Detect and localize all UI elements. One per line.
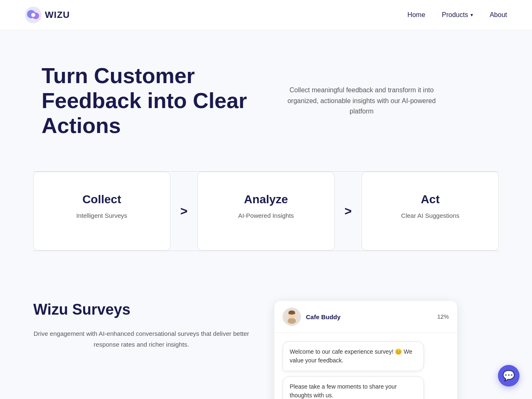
arrow-1: > — [170, 204, 198, 218]
bottom-right: Cafe Buddy 12% Welcome to our cafe exper… — [274, 301, 457, 399]
buddy-name: Cafe Buddy — [306, 313, 340, 320]
hero-section: Turn Customer Feedback into Clear Action… — [0, 30, 532, 163]
hero-title: Turn Customer Feedback into Clear Action… — [42, 64, 254, 138]
logo-text: WIZU — [45, 10, 70, 20]
bottom-section: Wizu Surveys Drive engagement with AI-en… — [0, 276, 532, 399]
feature-card-collect: Collect Intelligent Surveys — [33, 172, 170, 251]
avatar-svg — [283, 308, 301, 326]
feature-row: Collect Intelligent Surveys > Analyze AI… — [33, 171, 499, 251]
hero-left: Turn Customer Feedback into Clear Action… — [42, 64, 254, 138]
navbar: WIZU Home Products ▾ About — [0, 0, 532, 30]
feature-section: Collect Intelligent Surveys > Analyze AI… — [0, 163, 532, 276]
surveys-description: Drive engagement with AI-enhanced conver… — [33, 328, 249, 350]
act-subtitle: Clear AI Suggestions — [401, 211, 459, 220]
logo[interactable]: WIZU — [25, 7, 70, 23]
svg-point-3 — [31, 13, 35, 17]
chat-icon: 💬 — [502, 370, 515, 382]
feature-card-act: Act Clear AI Suggestions — [362, 172, 499, 251]
bottom-left: Wizu Surveys Drive engagement with AI-en… — [33, 301, 249, 350]
nav-about[interactable]: About — [490, 11, 507, 19]
avatar — [283, 308, 301, 326]
survey-widget: Cafe Buddy 12% Welcome to our cafe exper… — [274, 301, 457, 399]
chat-fab-button[interactable]: 💬 — [498, 365, 520, 387]
survey-progress: 12% — [437, 313, 449, 320]
svg-rect-8 — [288, 313, 295, 314]
nav-home[interactable]: Home — [407, 11, 425, 19]
survey-header-inner: Cafe Buddy — [283, 308, 437, 326]
chevron-down-icon: ▾ — [470, 12, 473, 18]
feature-card-analyze: Analyze AI-Powered Insights — [197, 172, 335, 251]
chat-bubble-1: Welcome to our cafe experience survey! 😊… — [283, 341, 424, 371]
svg-point-5 — [288, 318, 296, 324]
act-title: Act — [421, 193, 440, 206]
collect-subtitle: Intelligent Surveys — [76, 211, 128, 220]
chat-bubble-2: Please take a few moments to share your … — [283, 376, 424, 399]
logo-icon — [25, 7, 42, 23]
hero-right: Collect meaningful feedback and transfor… — [278, 85, 490, 117]
survey-header: Cafe Buddy 12% — [274, 301, 457, 333]
hero-description: Collect meaningful feedback and transfor… — [278, 85, 445, 117]
analyze-subtitle: AI-Powered Insights — [238, 211, 294, 220]
survey-body: Welcome to our cafe experience survey! 😊… — [274, 333, 457, 399]
arrow-2: > — [335, 204, 362, 218]
analyze-title: Analyze — [244, 193, 288, 206]
collect-title: Collect — [82, 193, 121, 206]
nav-links: Home Products ▾ About — [407, 11, 507, 19]
surveys-title: Wizu Surveys — [33, 301, 249, 318]
nav-products[interactable]: Products ▾ — [442, 11, 473, 19]
